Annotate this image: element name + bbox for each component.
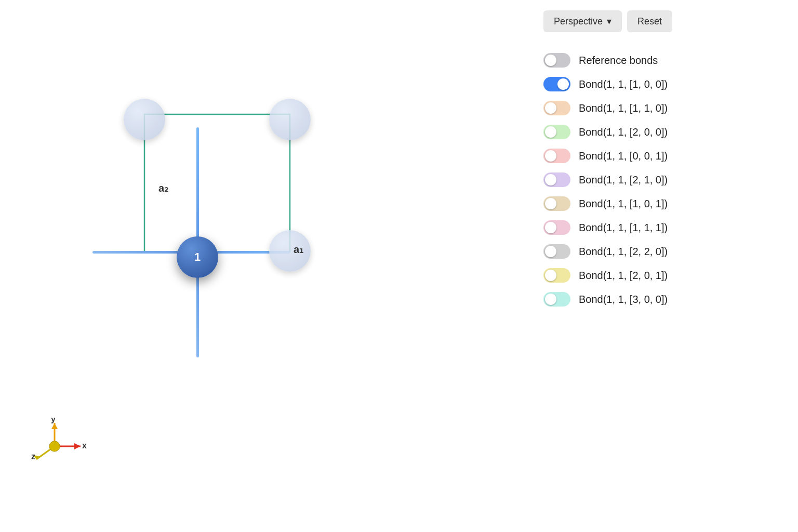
svg-text:z: z	[31, 452, 35, 461]
toggle-knob-bond-1-1-200	[545, 126, 556, 138]
legend-item-bond-1-1-111: Bond(1, 1, [1, 1, 1])	[543, 220, 782, 235]
legend-label-bond-1-1-200: Bond(1, 1, [2, 0, 0])	[579, 126, 668, 138]
right-panel: Perspective ▾ Reset Reference bondsBond(…	[528, 0, 798, 532]
svg-marker-6	[74, 443, 81, 449]
legend-item-bond-1-1-300: Bond(1, 1, [3, 0, 0])	[543, 292, 782, 307]
toggle-bond-1-1-100[interactable]	[543, 77, 570, 91]
toggle-bond-1-1-200[interactable]	[543, 125, 570, 139]
center-atom-label: 1	[194, 250, 201, 264]
toggle-knob-bond-1-1-111	[545, 222, 556, 233]
center-atom: 1	[177, 236, 218, 278]
ghost-atom-top-left	[124, 99, 165, 140]
legend-item-bond-1-1-100: Bond(1, 1, [1, 0, 0])	[543, 77, 782, 91]
a1-label: a₁	[294, 243, 303, 256]
legend-label-bond-1-1-110: Bond(1, 1, [1, 1, 0])	[579, 102, 668, 114]
ghost-atom-top-right	[269, 99, 311, 140]
toggle-bond-1-1-201[interactable]	[543, 268, 570, 283]
legend-item-bond-1-1-110: Bond(1, 1, [1, 1, 0])	[543, 101, 782, 115]
toggle-bond-1-1-101[interactable]	[543, 196, 570, 211]
svg-text:x: x	[82, 441, 87, 450]
perspective-button[interactable]: Perspective ▾	[543, 10, 622, 32]
reset-button[interactable]: Reset	[627, 10, 672, 32]
legend-item-bond-1-1-101: Bond(1, 1, [1, 0, 1])	[543, 196, 782, 211]
viewport: 1 a₁ a₂ x y z	[0, 0, 571, 532]
toggle-bond-1-1-110[interactable]	[543, 101, 570, 115]
perspective-label: Perspective	[554, 16, 603, 27]
legend-item-bond-1-1-200: Bond(1, 1, [2, 0, 0])	[543, 125, 782, 139]
toggle-knob-bond-1-1-100	[557, 78, 569, 90]
legend-item-reference-bonds: Reference bonds	[543, 53, 782, 68]
axes-svg: x y z	[31, 418, 88, 475]
ghost-atom-right	[269, 230, 311, 272]
legend-label-reference-bonds: Reference bonds	[579, 55, 658, 66]
svg-marker-5	[51, 423, 58, 429]
legend: Reference bondsBond(1, 1, [1, 0, 0])Bond…	[543, 53, 782, 307]
toggle-bond-1-1-220[interactable]	[543, 244, 570, 259]
legend-label-bond-1-1-001: Bond(1, 1, [0, 0, 1])	[579, 150, 668, 162]
scene-container: 1 a₁ a₂	[68, 83, 431, 421]
coordinate-axes: x y z	[31, 418, 83, 470]
legend-label-bond-1-1-101: Bond(1, 1, [1, 0, 1])	[579, 198, 668, 210]
toggle-knob-bond-1-1-110	[545, 102, 556, 114]
legend-label-bond-1-1-201: Bond(1, 1, [2, 0, 1])	[579, 270, 668, 282]
toggle-knob-bond-1-1-300	[545, 294, 556, 305]
legend-label-bond-1-1-300: Bond(1, 1, [3, 0, 0])	[579, 294, 668, 305]
toggle-bond-1-1-111[interactable]	[543, 220, 570, 235]
legend-item-bond-1-1-001: Bond(1, 1, [0, 0, 1])	[543, 149, 782, 163]
toggle-knob-bond-1-1-210	[545, 174, 556, 185]
svg-text:y: y	[51, 418, 56, 423]
toggle-knob-bond-1-1-101	[545, 198, 556, 209]
legend-label-bond-1-1-220: Bond(1, 1, [2, 2, 0])	[579, 246, 668, 258]
perspective-dropdown-icon: ▾	[607, 16, 611, 27]
legend-item-bond-1-1-210: Bond(1, 1, [2, 1, 0])	[543, 172, 782, 187]
toggle-knob-bond-1-1-001	[545, 150, 556, 162]
top-buttons: Perspective ▾ Reset	[543, 10, 782, 32]
toggle-knob-bond-1-1-220	[545, 246, 556, 257]
toggle-reference-bonds[interactable]	[543, 53, 570, 68]
toggle-bond-1-1-001[interactable]	[543, 149, 570, 163]
svg-point-8	[49, 441, 60, 451]
a2-label: a₂	[158, 182, 168, 194]
reset-label: Reset	[637, 16, 662, 26]
bond-vertical-up	[196, 127, 199, 252]
toggle-knob-reference-bonds	[545, 55, 556, 66]
legend-label-bond-1-1-210: Bond(1, 1, [2, 1, 0])	[579, 174, 668, 186]
legend-label-bond-1-1-100: Bond(1, 1, [1, 0, 0])	[579, 78, 668, 90]
toggle-bond-1-1-300[interactable]	[543, 292, 570, 307]
legend-item-bond-1-1-201: Bond(1, 1, [2, 0, 1])	[543, 268, 782, 283]
legend-item-bond-1-1-220: Bond(1, 1, [2, 2, 0])	[543, 244, 782, 259]
toggle-knob-bond-1-1-201	[545, 270, 556, 281]
toggle-bond-1-1-210[interactable]	[543, 172, 570, 187]
legend-label-bond-1-1-111: Bond(1, 1, [1, 1, 1])	[579, 222, 668, 234]
